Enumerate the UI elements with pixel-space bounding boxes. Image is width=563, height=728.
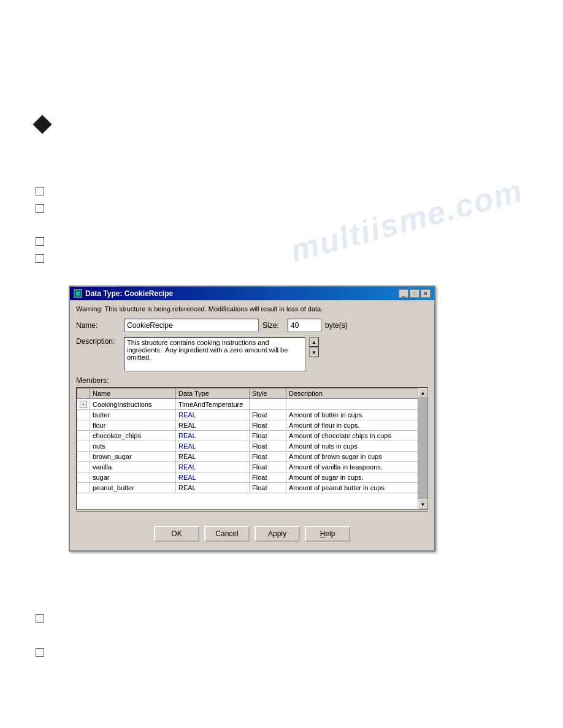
table-row[interactable]: butter REAL Float Amount of butter in cu… [77,410,427,420]
row-style-cell: Float [250,420,286,431]
row-type-cell: REAL [176,472,250,483]
scroll-track [418,398,428,499]
table-row[interactable]: + CookingInstructions TimeAndTemperature [77,399,427,410]
row-desc-cell: Amount of chocolate chips in cups [286,431,427,441]
checkbox-item[interactable] [36,237,44,246]
row-name-cell: vanilla [90,462,176,472]
cancel-button[interactable]: Cancel [204,526,250,542]
col-header-name: Name [90,389,176,399]
row-type-cell: REAL [176,420,250,431]
row-style-cell: Float [250,410,286,420]
expand-icon[interactable]: + [80,401,87,408]
members-table: Name Data Type Style Description + Cooki… [77,388,427,493]
checkbox-item[interactable] [36,204,44,213]
checkbox-item[interactable] [36,648,44,657]
row-sel-cell [77,472,90,483]
row-type-cell: REAL [176,483,250,493]
row-name-cell: CookingInstructions [90,399,176,410]
size-label: Size: [262,321,284,330]
table-row[interactable]: chocolate_chips REAL Float Amount of cho… [77,431,427,441]
row-style-cell: Float [250,462,286,472]
checkbox-item[interactable] [36,614,44,623]
size-input[interactable] [288,319,321,332]
table-scroll-up[interactable]: ▲ [418,388,428,398]
row-type-cell: REAL [176,410,250,420]
table-scroll-down[interactable]: ▼ [418,499,428,509]
window-controls: _ □ ✕ [399,289,431,298]
row-name-cell: peanut_butter [90,483,176,493]
row-name-cell: butter [90,410,176,420]
watermark: multiisme.com [286,172,527,270]
checkbox-item[interactable] [36,254,44,263]
table-row[interactable]: brown_sugar REAL Float Amount of brown s… [77,452,427,462]
row-sel-cell [77,410,90,420]
dialog-body: Warning: This structure is being referen… [70,300,434,550]
table-row[interactable]: nuts REAL Float Amount of nuts in cups [77,441,427,452]
description-label: Description: [76,337,120,346]
table-header-row: Name Data Type Style Description [77,389,427,399]
close-button[interactable]: ✕ [421,289,431,298]
svg-rect-1 [76,292,80,295]
row-name-cell: nuts [90,441,176,452]
row-type-cell: TimeAndTemperature [176,399,250,410]
row-sel-cell [77,452,90,462]
scroll-up-button[interactable]: ▲ [309,337,319,347]
table-row[interactable]: flour REAL Float Amount of flour in cups… [77,420,427,431]
row-style-cell: Float [250,431,286,441]
status-bar [76,511,428,521]
members-label: Members: [76,376,428,385]
scroll-down-button[interactable]: ▼ [309,347,319,357]
dialog-title: Data Type: CookieRecipe [85,289,173,298]
button-row: OK Cancel Apply Help [76,521,428,545]
description-row: Description: This structure contains coo… [76,337,428,371]
help-underline: Help [320,529,335,538]
row-desc-cell: Amount of sugar in cups. [286,472,427,483]
table-row[interactable]: peanut_butter REAL Float Amount of peanu… [77,483,427,493]
row-name-cell: flour [90,420,176,431]
table-row[interactable]: sugar REAL Float Amount of sugar in cups… [77,472,427,483]
row-desc-cell: Amount of butter in cups. [286,410,427,420]
row-name-cell: chocolate_chips [90,431,176,441]
row-sel-cell [77,441,90,452]
maximize-button[interactable]: □ [410,289,419,298]
col-header-desc: Description [286,389,427,399]
dialog-titlebar: Data Type: CookieRecipe _ □ ✕ [70,287,434,300]
row-type-cell: REAL [176,452,250,462]
row-sel-cell [77,431,90,441]
row-name-cell: sugar [90,472,176,483]
name-label: Name: [76,321,120,330]
checkbox-item[interactable] [36,187,44,195]
warning-text: Warning: This structure is being referen… [76,305,428,313]
row-sel-cell [77,462,90,472]
row-type-cell: REAL [176,462,250,472]
help-button[interactable]: Help [305,526,350,542]
row-name-cell: brown_sugar [90,452,176,462]
row-type-cell: REAL [176,431,250,441]
col-header-style: Style [250,389,286,399]
row-style-cell: Float [250,472,286,483]
row-desc-cell: Amount of flour in cups. [286,420,427,431]
name-row: Name: Size: byte(s) [76,319,428,332]
col-header-sel [77,389,90,399]
description-scrollbar: ▲ ▼ [309,337,319,357]
row-sel-cell [77,420,90,431]
table-scrollbar: ▲ ▼ [418,388,427,509]
row-desc-cell: Amount of vanilla in teaspoons. [286,462,427,472]
data-type-dialog: Data Type: CookieRecipe _ □ ✕ Warning: T… [69,286,435,552]
description-textarea[interactable]: This structure contains cooking instruct… [124,337,305,371]
diamond-icon [33,115,52,134]
apply-button[interactable]: Apply [255,526,300,542]
col-header-type: Data Type [176,389,250,399]
row-type-cell: REAL [176,441,250,452]
row-style-cell: Float [250,483,286,493]
row-sel-cell: + [77,399,90,410]
ok-button[interactable]: OK [154,526,199,542]
row-desc-cell [286,399,427,410]
title-app-icon [74,289,82,298]
row-desc-cell: Amount of peanut butter in cups [286,483,427,493]
row-style-cell: Float [250,452,286,462]
table-row[interactable]: vanilla REAL Float Amount of vanilla in … [77,462,427,472]
row-sel-cell [77,483,90,493]
minimize-button[interactable]: _ [399,289,408,298]
name-input[interactable] [124,319,259,332]
